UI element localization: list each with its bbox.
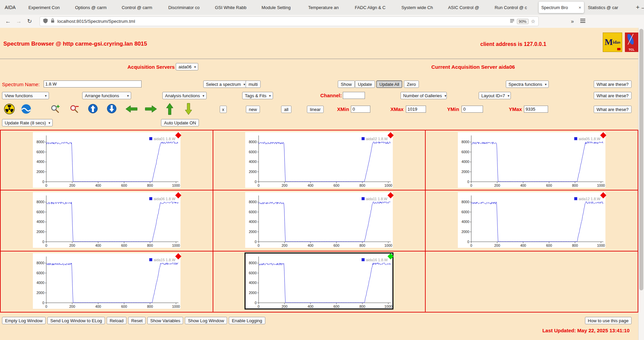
- linear-button[interactable]: linear: [307, 106, 324, 113]
- spectrum-cell[interactable]: 0200040006000800002004006008001000aida05…: [426, 130, 638, 190]
- footer-button[interactable]: Reload: [107, 317, 126, 324]
- svg-text:0: 0: [258, 304, 260, 308]
- spectrum-plot[interactable]: 0200040006000800002004006008001000aida15…: [33, 253, 180, 310]
- minimize-button[interactable]: –: [642, 5, 644, 10]
- channel-label: Channel:: [320, 93, 342, 98]
- number-of-galleries-select[interactable]: Number of Galleries▾: [400, 92, 447, 99]
- scrollbar[interactable]: [638, 28, 644, 340]
- browser-tab[interactable]: Options @ carm: [72, 2, 118, 13]
- spectrum-cell[interactable]: 0200040006000800002004006008001000aida15…: [1, 251, 213, 312]
- view-functions-select[interactable]: View functions▾: [2, 92, 49, 99]
- auto-update-button[interactable]: Auto Update ON: [161, 119, 199, 126]
- zoom-in-icon[interactable]: [50, 104, 60, 115]
- url-bar[interactable]: localhost:8015/Spectrum/Spectrum.tml 90%…: [40, 16, 539, 26]
- spectrum-plot[interactable]: 0200040006000800002004006008001000aida16…: [245, 253, 393, 310]
- footer-button[interactable]: Show Log Window: [185, 317, 227, 324]
- legend-swatch: [149, 137, 152, 140]
- spectrum-plot[interactable]: 0200040006000800002004006008001000aida11…: [245, 192, 393, 249]
- footer-button[interactable]: Empty Log Window: [2, 317, 46, 324]
- arrange-functions-select[interactable]: Arrange functions▾: [82, 92, 131, 99]
- tab-label: System wide Ch: [401, 5, 433, 10]
- forward-button[interactable]: →: [13, 18, 24, 25]
- browser-tab[interactable]: Control @ carm: [119, 2, 164, 13]
- spectrum-plot[interactable]: 0200040006000800002004006008001000aida12…: [458, 192, 605, 249]
- menu-icon[interactable]: [580, 18, 586, 24]
- reload-button[interactable]: ↻: [24, 18, 35, 25]
- spectrum-plot[interactable]: 0200040006000800002004006008001000aida02…: [245, 132, 393, 189]
- select-spectrum-select[interactable]: Select a spectrum▾: [203, 80, 248, 88]
- tab-close-icon[interactable]: ×: [577, 5, 581, 10]
- chevron-down-icon: ▾: [203, 94, 204, 98]
- reader-mode-icon[interactable]: [510, 18, 515, 24]
- browser-tab[interactable]: ASIC Control @: [445, 2, 491, 13]
- spectrum-cell[interactable]: 0200040006000800002004006008001000aida16…: [213, 251, 425, 312]
- blue-sphere-up-icon[interactable]: [88, 104, 98, 115]
- spectrum-plot[interactable]: 0200040006000800002004006008001000aida05…: [458, 132, 605, 189]
- spectrum-cell[interactable]: 0200040006000800002004006008001000aida02…: [213, 130, 425, 190]
- xmin-input[interactable]: [351, 106, 370, 113]
- radiation-icon[interactable]: [4, 104, 15, 116]
- spectrum-cell[interactable]: 0200040006000800002004006008001000aida11…: [213, 190, 425, 251]
- footer-button[interactable]: Show Variables: [147, 317, 183, 324]
- arrow-down-icon[interactable]: [184, 103, 193, 116]
- analysis-functions-select[interactable]: Analysis functions▾: [162, 92, 207, 99]
- url-text[interactable]: localhost:8015/Spectrum/Spectrum.tml: [57, 19, 507, 24]
- ymin-input[interactable]: [462, 106, 483, 113]
- new-button[interactable]: new: [246, 106, 260, 113]
- spectrum-name-input[interactable]: [44, 80, 142, 88]
- layout-id-select[interactable]: Layout ID=7▾: [479, 92, 511, 99]
- svg-text:6000: 6000: [249, 271, 257, 275]
- browser-tab[interactable]: Module Setting: [259, 2, 304, 13]
- show-button[interactable]: Show: [338, 80, 355, 88]
- arrow-left-icon[interactable]: [125, 105, 138, 114]
- blue-sphere-down-icon[interactable]: [107, 104, 117, 115]
- spectrum-cell[interactable]: 0200040006000800002004006008001000aida12…: [426, 190, 638, 251]
- new-tab-button[interactable]: +: [634, 3, 642, 11]
- browser-tab[interactable]: GSI White Rabb: [212, 2, 258, 13]
- update-rate-select[interactable]: Update Rate (8 secs)▾: [2, 119, 53, 126]
- what-are-these-button-1[interactable]: What are these?: [594, 80, 632, 88]
- ymax-input[interactable]: [524, 106, 548, 113]
- browser-tab[interactable]: Statistics @ car: [585, 2, 631, 13]
- spectrum-cell[interactable]: 0200040006000800002004006008001000aida01…: [1, 130, 213, 190]
- tags-fits-select[interactable]: Tags & Fits▾: [242, 92, 273, 99]
- browser-tab[interactable]: Run Control @ c: [492, 2, 537, 13]
- spectrum-plot[interactable]: 0200040006000800002004006008001000aida06…: [33, 192, 180, 249]
- xmax-input[interactable]: [406, 106, 426, 113]
- acquisition-server-select[interactable]: aida06▾: [176, 63, 198, 70]
- bookmark-star-icon[interactable]: ☆: [531, 18, 535, 24]
- chevron-down-icon: ▾: [269, 94, 271, 98]
- browser-tab[interactable]: Spectrum Bro×: [539, 2, 584, 13]
- browser-tab[interactable]: System wide Ch: [399, 2, 444, 13]
- browser-tab[interactable]: Discriminator co: [166, 2, 211, 13]
- spectrum-cell[interactable]: 0200040006000800002004006008001000aida06…: [1, 190, 213, 251]
- footer-button[interactable]: Enable Logging: [229, 317, 265, 324]
- lock-icon[interactable]: [50, 18, 55, 24]
- scrollbar-thumb[interactable]: [639, 29, 643, 290]
- zoom-level-badge[interactable]: 90%: [517, 19, 529, 24]
- multi-button[interactable]: multi: [246, 80, 261, 88]
- arrow-up-icon[interactable]: [166, 103, 174, 116]
- back-button[interactable]: ←: [3, 18, 13, 25]
- browser-tab[interactable]: Experiment Con: [26, 2, 71, 13]
- all-button[interactable]: all: [281, 106, 291, 113]
- arrow-right-icon[interactable]: [145, 105, 157, 114]
- zero-button[interactable]: Zero: [404, 80, 419, 88]
- channel-input[interactable]: [343, 92, 365, 99]
- help-button[interactable]: How to use this page: [585, 317, 632, 324]
- footer-button[interactable]: Reset: [128, 317, 146, 324]
- browser-tab[interactable]: Temperature an: [306, 2, 351, 13]
- spectra-functions-select[interactable]: Spectra functions▾: [506, 80, 549, 88]
- spectrum-plot[interactable]: 0200040006000800002004006008001000aida01…: [33, 132, 180, 189]
- footer-button[interactable]: Send Log Window to ELog: [47, 317, 105, 324]
- overflow-chevron-icon[interactable]: »: [571, 18, 574, 24]
- update-button[interactable]: Update: [355, 80, 375, 88]
- what-are-these-button-2[interactable]: What are these?: [594, 92, 632, 99]
- shield-icon[interactable]: [43, 18, 48, 25]
- zoom-out-icon[interactable]: [69, 104, 79, 115]
- update-all-button[interactable]: Update All: [376, 80, 402, 88]
- x-button[interactable]: x: [220, 106, 227, 113]
- browser-tab[interactable]: FADC Align & C: [352, 2, 397, 13]
- water-icon[interactable]: [21, 104, 32, 116]
- what-are-these-button-3[interactable]: What are these?: [594, 106, 632, 113]
